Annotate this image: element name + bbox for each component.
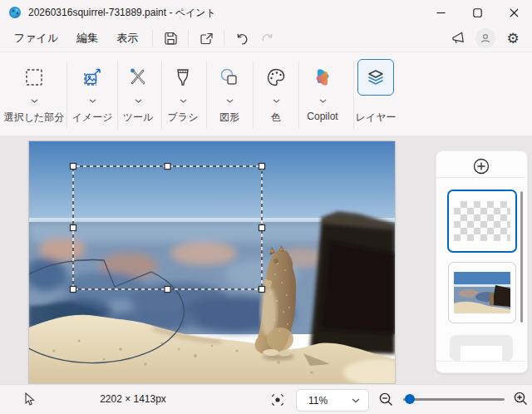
selection-icon: [24, 59, 44, 96]
maximize-button[interactable]: [459, 0, 495, 25]
toolgroup-copilot[interactable]: Copilot: [299, 59, 346, 129]
tools-icon: [127, 59, 149, 96]
toolgroup-image[interactable]: イメージ: [70, 59, 115, 129]
zoom-out-button[interactable]: [378, 392, 394, 407]
zoom-level-dropdown[interactable]: 11%: [296, 389, 369, 412]
menu-file[interactable]: ファイル: [5, 27, 67, 50]
ribbon-toolbar: 選択した部分 イメージ: [0, 52, 532, 136]
layers-panel: [436, 150, 528, 373]
image-icon: [81, 59, 103, 96]
canvas-photo: [29, 141, 395, 383]
add-layer-button[interactable]: [436, 156, 525, 176]
chevron-down-icon: [89, 96, 96, 106]
cursor-tool-icon: [25, 392, 36, 406]
fit-to-screen-icon[interactable]: [270, 392, 285, 407]
layers-panel-footer-divider: [436, 361, 525, 362]
photo-layer-thumbnail: [454, 272, 510, 313]
undo-icon[interactable]: [229, 27, 254, 49]
toolgroup-shapes[interactable]: 図形: [209, 59, 249, 129]
plus-circle-icon: [472, 157, 490, 175]
zoom-slider-thumb[interactable]: [405, 394, 415, 404]
feedback-megaphone-icon[interactable]: [446, 27, 470, 49]
layers-scrollbar[interactable]: [520, 191, 523, 323]
shapes-label: 図形: [219, 111, 239, 125]
chevron-down-icon: [273, 96, 280, 106]
partial-thumbnail-content: [461, 346, 502, 361]
zoom-level-value: 11%: [308, 395, 352, 407]
menu-edit[interactable]: 編集: [67, 27, 107, 50]
image-label: イメージ: [72, 111, 113, 125]
layer-thumbnail-photo[interactable]: [448, 262, 516, 323]
chevron-down-icon: [135, 96, 142, 106]
drawing-canvas[interactable]: [29, 141, 395, 383]
zoom-in-button[interactable]: [513, 391, 529, 407]
redo-icon[interactable]: [254, 27, 279, 49]
menu-divider: [188, 30, 189, 47]
image-dimensions: 2202 × 1413px: [75, 393, 191, 405]
chevron-down-icon: [226, 96, 234, 106]
layer-thumbnail-partial[interactable]: [450, 335, 513, 361]
selection-label: 選択した部分: [4, 111, 65, 125]
toolgroup-tools[interactable]: ツール: [118, 59, 158, 129]
share-icon[interactable]: [194, 27, 219, 49]
copilot-icon: [312, 59, 333, 96]
chevron-down-icon: [31, 96, 38, 106]
chevron-down-icon: [319, 96, 327, 106]
save-icon[interactable]: [158, 27, 183, 49]
window-controls: [422, 0, 532, 25]
paint-window: 20260316squirrel-731889.paint - ペイント ファイ…: [0, 0, 532, 414]
layers-panel-divider: [436, 177, 525, 178]
toolbar-divider: [66, 61, 67, 129]
colors-palette-icon: [265, 59, 287, 96]
copilot-label: Copilot: [307, 111, 337, 122]
toolgroup-colors[interactable]: 色: [259, 59, 293, 129]
title-bar: 20260316squirrel-731889.paint - ペイント: [0, 0, 532, 25]
brushes-label: ブラシ: [168, 111, 199, 125]
menu-divider: [224, 30, 224, 47]
menu-view[interactable]: 表示: [107, 27, 147, 50]
toolbar-divider: [161, 61, 162, 129]
toolbar-divider: [206, 61, 207, 129]
toolgroup-layers[interactable]: レイヤー: [352, 59, 399, 129]
window-title: 20260316squirrel-731889.paint - ペイント: [28, 6, 216, 20]
close-button[interactable]: [495, 0, 532, 25]
layer-thumbnail-active[interactable]: [447, 190, 517, 253]
brush-icon: [174, 59, 192, 96]
tools-label: ツール: [123, 111, 154, 125]
transparent-layer-checkerboard: [454, 201, 510, 241]
chevron-down-icon: [352, 398, 360, 403]
minimize-button[interactable]: [422, 0, 459, 25]
layers-icon: [366, 67, 386, 87]
colors-label: 色: [271, 111, 281, 125]
layers-label: レイヤー: [356, 111, 397, 125]
toolbar-divider: [253, 61, 254, 129]
menu-divider: [152, 30, 153, 47]
chevron-down-icon: [180, 96, 187, 106]
zoom-slider-track[interactable]: [403, 398, 505, 401]
toolgroup-selection[interactable]: 選択した部分: [3, 59, 65, 129]
paint-app-icon: [8, 6, 22, 19]
layers-active-toggle[interactable]: [357, 59, 394, 96]
workspace: [0, 136, 532, 384]
account-button[interactable]: [475, 28, 495, 48]
toolgroup-brushes[interactable]: ブラシ: [163, 59, 203, 129]
settings-gear-icon[interactable]: ⚙: [500, 27, 525, 49]
shapes-icon: [219, 59, 240, 96]
menu-bar-right: ⚙: [446, 25, 525, 52]
